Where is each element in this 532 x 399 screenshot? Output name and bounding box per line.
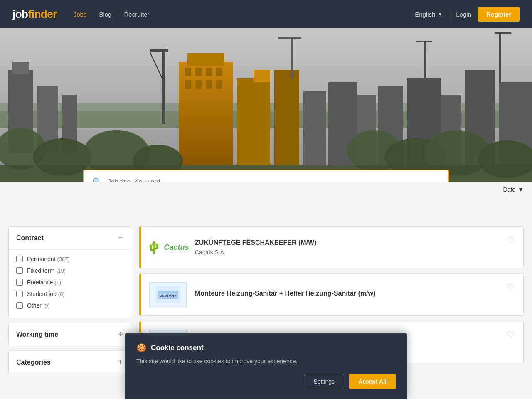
svg-rect-9 [185, 68, 191, 76]
filter-permanent-checkbox[interactable] [16, 256, 23, 262]
cookie-accept-button[interactable]: Accept All [349, 374, 396, 389]
cactus-logo: 🌵 Cactus [147, 241, 189, 254]
favorite-button[interactable]: ♡ [507, 282, 515, 293]
contract-filter-section: Contract − Permanent (367) Fixed term (1… [8, 226, 131, 318]
categories-filter-title: Categories [16, 359, 51, 366]
filter-freelance-label: Freelance (1) [27, 279, 61, 286]
job-title: Monteure Heizung-Sanitär + Helfer Heizun… [195, 290, 515, 297]
logo-job: job [12, 8, 28, 21]
logo-finder: finder [28, 8, 57, 21]
cookie-icon: 🍪 [136, 343, 147, 353]
language-selector[interactable]: English ▼ [415, 11, 442, 18]
cactus-icon: 🌵 [147, 241, 161, 254]
cookie-text: This site would like to use cookies to i… [136, 357, 396, 366]
cookie-banner: 🍪 Cookie consent This site would like to… [125, 333, 407, 399]
company-logo-placeholder: COMPANY [149, 282, 187, 307]
categories-filter-toggle: + [118, 357, 123, 367]
login-button[interactable]: Login [456, 11, 471, 18]
nav-jobs[interactable]: Jobs [74, 11, 87, 18]
categories-filter-header[interactable]: Categories + [9, 351, 131, 374]
svg-rect-15 [206, 80, 212, 89]
svg-rect-13 [185, 80, 191, 89]
svg-rect-18 [150, 49, 168, 52]
filter-permanent: Permanent (367) [16, 253, 123, 265]
svg-rect-35 [499, 32, 501, 82]
filter-permanent-label: Permanent (367) [27, 256, 70, 262]
filter-fixed-term: Fixed term (19) [16, 265, 123, 276]
contract-filter-header[interactable]: Contract − [9, 227, 131, 249]
contract-filter-toggle: − [118, 233, 123, 243]
language-label: English [415, 11, 435, 18]
search-input[interactable] [108, 178, 440, 182]
sort-chevron-icon: ▼ [518, 186, 524, 193]
sidebar: Contract − Permanent (367) Fixed term (1… [8, 226, 131, 378]
svg-rect-36 [495, 32, 511, 34]
search-icon: 🔍 [92, 177, 103, 182]
navbar: jobfinder Jobs Blog Recruiter English ▼ … [0, 0, 532, 28]
filter-student-job-label: Student job (0) [27, 291, 65, 297]
filter-other-label: Other (9) [27, 302, 50, 309]
working-time-filter-title: Working time [16, 331, 58, 338]
svg-rect-7 [179, 62, 233, 165]
favorite-button[interactable]: ♡ [507, 235, 515, 246]
job-title: ZUKÜNFTEGE FËSCHAKEEFER (M/W) [195, 239, 515, 246]
filter-fixed-term-label: Fixed term (19) [27, 267, 66, 274]
filter-fixed-term-checkbox[interactable] [16, 267, 23, 274]
nav-recruiter[interactable]: Recruiter [124, 11, 149, 18]
filter-other: Other (9) [16, 300, 123, 311]
nav-blog[interactable]: Blog [99, 11, 111, 18]
job-company: Cactus S.A. [195, 249, 515, 256]
contract-filter-title: Contract [16, 234, 44, 242]
svg-rect-23 [291, 37, 293, 78]
svg-rect-16 [216, 80, 222, 89]
sort-bar: Date ▼ [0, 182, 532, 193]
search-bar: 🔍 [83, 170, 449, 182]
cookie-header: 🍪 Cookie consent [136, 343, 396, 353]
svg-rect-33 [424, 41, 426, 78]
company-logo: COMPANY [149, 282, 187, 307]
svg-rect-14 [195, 80, 202, 89]
job-info: Monteure Heizung-Sanitär + Helfer Heizun… [195, 290, 515, 300]
cactus-text: Cactus [164, 243, 189, 252]
company-logo: 🌵 Cactus [149, 235, 187, 260]
job-card[interactable]: COMPANY Monteure Heizung-Sanitär + Helfe… [139, 273, 524, 316]
chevron-down-icon: ▼ [438, 12, 442, 17]
filter-freelance: Freelance (1) [16, 276, 123, 288]
svg-rect-8 [187, 53, 224, 66]
search-container: 🔍 [83, 170, 449, 182]
favorite-button[interactable]: ♡ [507, 330, 515, 340]
hero-banner: 🔍 [0, 28, 532, 182]
working-time-filter-section: Working time + [8, 323, 131, 346]
svg-text:COMPANY: COMPANY [160, 294, 177, 298]
sort-label: Date [503, 186, 516, 193]
svg-rect-11 [206, 68, 212, 76]
working-time-filter-toggle: + [118, 330, 123, 339]
svg-rect-10 [195, 68, 202, 76]
nav-links: Jobs Blog Recruiter [74, 11, 415, 18]
filter-student-job-checkbox[interactable] [16, 291, 23, 297]
svg-rect-12 [216, 68, 222, 76]
svg-rect-24 [278, 37, 301, 39]
nav-right: English ▼ Login Register [415, 7, 520, 22]
svg-rect-22 [274, 70, 299, 165]
register-button[interactable]: Register [478, 7, 520, 22]
svg-rect-34 [416, 41, 432, 42]
job-card[interactable]: 🌵 Cactus ZUKÜNFTEGE FËSCHAKEEFER (M/W) C… [139, 226, 524, 268]
cookie-settings-button[interactable]: Settings [304, 374, 344, 389]
svg-rect-21 [254, 70, 270, 82]
filter-student-job: Student job (0) [16, 288, 123, 300]
job-info: ZUKÜNFTEGE FËSCHAKEEFER (M/W) Cactus S.A… [195, 239, 515, 256]
cookie-buttons: Settings Accept All [136, 374, 396, 389]
filter-other-checkbox[interactable] [16, 302, 23, 309]
svg-rect-25 [303, 91, 326, 165]
filter-freelance-checkbox[interactable] [16, 279, 23, 286]
categories-filter-section: Categories + [8, 350, 131, 374]
working-time-filter-header[interactable]: Working time + [9, 323, 131, 346]
svg-rect-20 [237, 78, 270, 165]
sort-button[interactable]: Date ▼ [503, 186, 524, 193]
logo[interactable]: jobfinder [12, 8, 57, 21]
svg-rect-17 [162, 49, 165, 124]
cookie-title: Cookie consent [151, 344, 204, 352]
contract-filter-body: Permanent (367) Fixed term (19) Freelanc… [9, 249, 131, 318]
svg-rect-4 [12, 62, 29, 74]
